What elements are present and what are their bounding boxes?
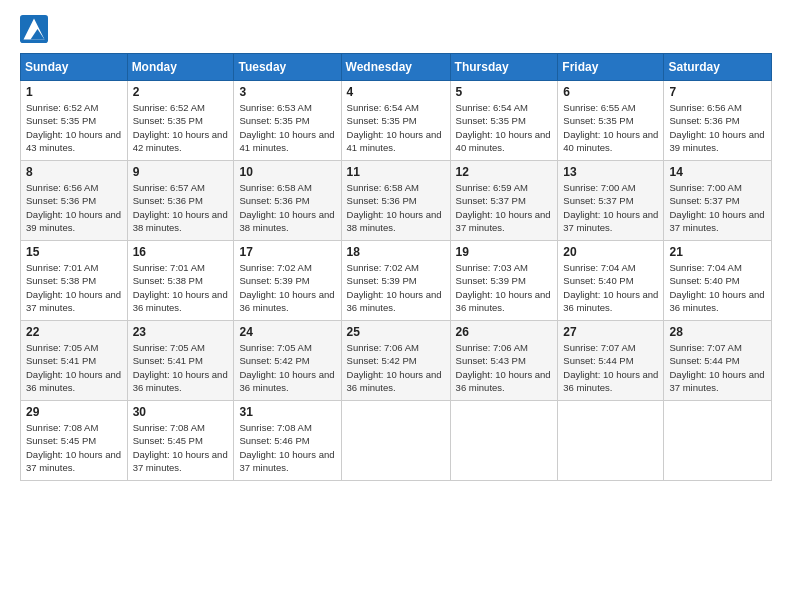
day-number: 7	[669, 85, 766, 99]
calendar-cell: 13 Sunrise: 7:00 AMSunset: 5:37 PMDaylig…	[558, 161, 664, 241]
day-info: Sunrise: 6:58 AMSunset: 5:36 PMDaylight:…	[347, 182, 442, 233]
day-info: Sunrise: 6:54 AMSunset: 5:35 PMDaylight:…	[456, 102, 551, 153]
logo	[20, 15, 52, 43]
calendar-cell: 5 Sunrise: 6:54 AMSunset: 5:35 PMDayligh…	[450, 81, 558, 161]
day-number: 23	[133, 325, 229, 339]
day-info: Sunrise: 6:52 AMSunset: 5:35 PMDaylight:…	[26, 102, 121, 153]
day-info: Sunrise: 7:04 AMSunset: 5:40 PMDaylight:…	[563, 262, 658, 313]
day-number: 3	[239, 85, 335, 99]
calendar-cell: 21 Sunrise: 7:04 AMSunset: 5:40 PMDaylig…	[664, 241, 772, 321]
calendar-cell: 31 Sunrise: 7:08 AMSunset: 5:46 PMDaylig…	[234, 401, 341, 481]
day-number: 10	[239, 165, 335, 179]
day-info: Sunrise: 7:05 AMSunset: 5:41 PMDaylight:…	[26, 342, 121, 393]
calendar-cell: 12 Sunrise: 6:59 AMSunset: 5:37 PMDaylig…	[450, 161, 558, 241]
calendar-cell: 30 Sunrise: 7:08 AMSunset: 5:45 PMDaylig…	[127, 401, 234, 481]
weekday-header-sunday: Sunday	[21, 54, 128, 81]
day-number: 4	[347, 85, 445, 99]
calendar-cell: 27 Sunrise: 7:07 AMSunset: 5:44 PMDaylig…	[558, 321, 664, 401]
day-number: 25	[347, 325, 445, 339]
weekday-header-friday: Friday	[558, 54, 664, 81]
calendar-cell: 23 Sunrise: 7:05 AMSunset: 5:41 PMDaylig…	[127, 321, 234, 401]
day-info: Sunrise: 7:06 AMSunset: 5:42 PMDaylight:…	[347, 342, 442, 393]
day-number: 19	[456, 245, 553, 259]
day-number: 15	[26, 245, 122, 259]
day-number: 30	[133, 405, 229, 419]
day-number: 24	[239, 325, 335, 339]
week-row-1: 1 Sunrise: 6:52 AMSunset: 5:35 PMDayligh…	[21, 81, 772, 161]
day-info: Sunrise: 7:05 AMSunset: 5:42 PMDaylight:…	[239, 342, 334, 393]
day-number: 12	[456, 165, 553, 179]
day-info: Sunrise: 7:02 AMSunset: 5:39 PMDaylight:…	[239, 262, 334, 313]
calendar-cell: 4 Sunrise: 6:54 AMSunset: 5:35 PMDayligh…	[341, 81, 450, 161]
calendar-cell: 2 Sunrise: 6:52 AMSunset: 5:35 PMDayligh…	[127, 81, 234, 161]
calendar-cell: 19 Sunrise: 7:03 AMSunset: 5:39 PMDaylig…	[450, 241, 558, 321]
day-info: Sunrise: 7:01 AMSunset: 5:38 PMDaylight:…	[26, 262, 121, 313]
day-info: Sunrise: 6:55 AMSunset: 5:35 PMDaylight:…	[563, 102, 658, 153]
calendar-cell: 29 Sunrise: 7:08 AMSunset: 5:45 PMDaylig…	[21, 401, 128, 481]
week-row-3: 15 Sunrise: 7:01 AMSunset: 5:38 PMDaylig…	[21, 241, 772, 321]
weekday-header-thursday: Thursday	[450, 54, 558, 81]
calendar-cell	[450, 401, 558, 481]
day-info: Sunrise: 7:06 AMSunset: 5:43 PMDaylight:…	[456, 342, 551, 393]
day-number: 8	[26, 165, 122, 179]
day-number: 16	[133, 245, 229, 259]
weekday-header-tuesday: Tuesday	[234, 54, 341, 81]
day-number: 27	[563, 325, 658, 339]
day-number: 9	[133, 165, 229, 179]
weekday-header-monday: Monday	[127, 54, 234, 81]
header	[20, 15, 772, 43]
calendar-cell	[341, 401, 450, 481]
day-info: Sunrise: 7:01 AMSunset: 5:38 PMDaylight:…	[133, 262, 228, 313]
calendar: SundayMondayTuesdayWednesdayThursdayFrid…	[20, 53, 772, 481]
day-info: Sunrise: 7:08 AMSunset: 5:45 PMDaylight:…	[26, 422, 121, 473]
day-info: Sunrise: 6:57 AMSunset: 5:36 PMDaylight:…	[133, 182, 228, 233]
day-info: Sunrise: 7:07 AMSunset: 5:44 PMDaylight:…	[669, 342, 764, 393]
calendar-cell: 28 Sunrise: 7:07 AMSunset: 5:44 PMDaylig…	[664, 321, 772, 401]
calendar-cell: 11 Sunrise: 6:58 AMSunset: 5:36 PMDaylig…	[341, 161, 450, 241]
day-info: Sunrise: 7:03 AMSunset: 5:39 PMDaylight:…	[456, 262, 551, 313]
day-info: Sunrise: 7:07 AMSunset: 5:44 PMDaylight:…	[563, 342, 658, 393]
day-number: 22	[26, 325, 122, 339]
calendar-cell: 3 Sunrise: 6:53 AMSunset: 5:35 PMDayligh…	[234, 81, 341, 161]
day-info: Sunrise: 7:05 AMSunset: 5:41 PMDaylight:…	[133, 342, 228, 393]
week-row-4: 22 Sunrise: 7:05 AMSunset: 5:41 PMDaylig…	[21, 321, 772, 401]
day-info: Sunrise: 6:52 AMSunset: 5:35 PMDaylight:…	[133, 102, 228, 153]
calendar-cell: 18 Sunrise: 7:02 AMSunset: 5:39 PMDaylig…	[341, 241, 450, 321]
calendar-cell: 16 Sunrise: 7:01 AMSunset: 5:38 PMDaylig…	[127, 241, 234, 321]
day-info: Sunrise: 7:02 AMSunset: 5:39 PMDaylight:…	[347, 262, 442, 313]
day-info: Sunrise: 6:58 AMSunset: 5:36 PMDaylight:…	[239, 182, 334, 233]
day-info: Sunrise: 7:08 AMSunset: 5:46 PMDaylight:…	[239, 422, 334, 473]
day-number: 28	[669, 325, 766, 339]
calendar-cell: 8 Sunrise: 6:56 AMSunset: 5:36 PMDayligh…	[21, 161, 128, 241]
day-info: Sunrise: 7:00 AMSunset: 5:37 PMDaylight:…	[563, 182, 658, 233]
calendar-cell	[664, 401, 772, 481]
calendar-cell: 15 Sunrise: 7:01 AMSunset: 5:38 PMDaylig…	[21, 241, 128, 321]
calendar-cell: 6 Sunrise: 6:55 AMSunset: 5:35 PMDayligh…	[558, 81, 664, 161]
day-number: 5	[456, 85, 553, 99]
day-number: 6	[563, 85, 658, 99]
day-info: Sunrise: 6:54 AMSunset: 5:35 PMDaylight:…	[347, 102, 442, 153]
calendar-cell: 20 Sunrise: 7:04 AMSunset: 5:40 PMDaylig…	[558, 241, 664, 321]
day-number: 20	[563, 245, 658, 259]
calendar-cell: 26 Sunrise: 7:06 AMSunset: 5:43 PMDaylig…	[450, 321, 558, 401]
day-info: Sunrise: 6:56 AMSunset: 5:36 PMDaylight:…	[669, 102, 764, 153]
day-number: 18	[347, 245, 445, 259]
day-number: 31	[239, 405, 335, 419]
logo-icon	[20, 15, 48, 43]
day-info: Sunrise: 7:08 AMSunset: 5:45 PMDaylight:…	[133, 422, 228, 473]
calendar-cell: 14 Sunrise: 7:00 AMSunset: 5:37 PMDaylig…	[664, 161, 772, 241]
week-row-2: 8 Sunrise: 6:56 AMSunset: 5:36 PMDayligh…	[21, 161, 772, 241]
calendar-cell	[558, 401, 664, 481]
day-info: Sunrise: 7:04 AMSunset: 5:40 PMDaylight:…	[669, 262, 764, 313]
day-number: 13	[563, 165, 658, 179]
weekday-header-wednesday: Wednesday	[341, 54, 450, 81]
calendar-cell: 22 Sunrise: 7:05 AMSunset: 5:41 PMDaylig…	[21, 321, 128, 401]
page: SundayMondayTuesdayWednesdayThursdayFrid…	[0, 0, 792, 612]
day-info: Sunrise: 6:59 AMSunset: 5:37 PMDaylight:…	[456, 182, 551, 233]
day-number: 1	[26, 85, 122, 99]
weekday-header-saturday: Saturday	[664, 54, 772, 81]
day-number: 11	[347, 165, 445, 179]
week-row-5: 29 Sunrise: 7:08 AMSunset: 5:45 PMDaylig…	[21, 401, 772, 481]
calendar-cell: 7 Sunrise: 6:56 AMSunset: 5:36 PMDayligh…	[664, 81, 772, 161]
day-number: 21	[669, 245, 766, 259]
